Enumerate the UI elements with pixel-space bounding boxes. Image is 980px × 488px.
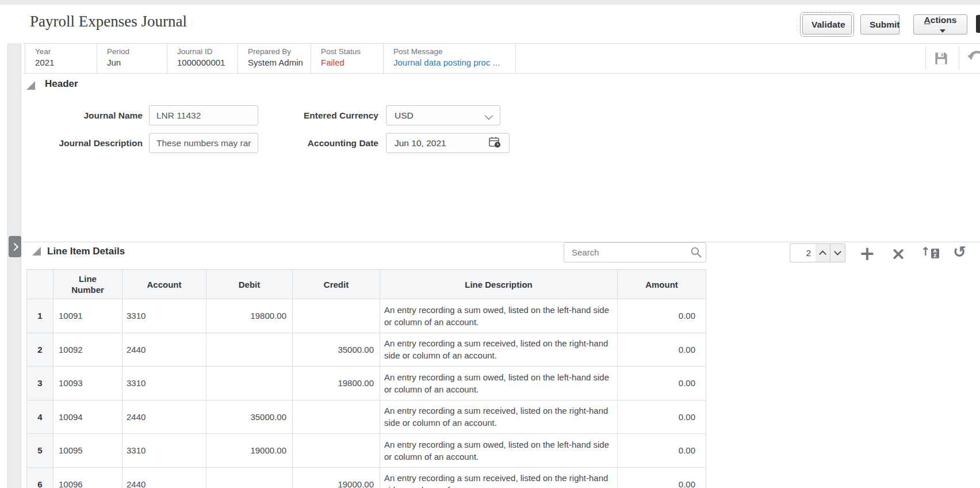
row-number[interactable]: 4 (26, 401, 53, 434)
add-row-icon[interactable]: + (859, 244, 875, 263)
delete-row-icon[interactable]: × (891, 245, 906, 262)
entered-currency-select[interactable]: USD (386, 105, 500, 125)
row-number[interactable]: 2 (26, 333, 53, 367)
description-cell[interactable]: An entry recording a sum received, liste… (380, 401, 618, 434)
amount-cell[interactable]: 0.00 (618, 401, 706, 434)
sort-az-badge: AZ (931, 249, 939, 258)
account-cell[interactable]: 3310 (122, 367, 206, 400)
accounting-date-value: Jun 10, 2021 (395, 138, 446, 148)
spinner-value-input[interactable] (790, 243, 816, 262)
row-number[interactable]: 5 (26, 434, 53, 467)
credit-cell[interactable] (293, 299, 380, 333)
account-cell[interactable]: 3310 (122, 434, 206, 467)
spinner-down-button[interactable] (830, 243, 845, 262)
credit-cell[interactable]: 35000.00 (293, 333, 380, 367)
description-cell[interactable]: An entry recording a sum owed, listed on… (380, 299, 618, 333)
debit-cell[interactable] (206, 468, 293, 488)
line-number-cell[interactable]: 10092 (53, 333, 122, 367)
col-header-account[interactable]: Account (122, 270, 206, 299)
col-header-label: Line Number (70, 273, 106, 295)
line-number-cell[interactable]: 10096 (53, 468, 122, 488)
collapse-triangle-icon[interactable] (32, 247, 41, 256)
journal-name-field[interactable]: LNR 11432 (149, 105, 258, 125)
submit-button[interactable]: Submit (860, 14, 899, 35)
account-cell[interactable]: 2440 (122, 468, 206, 488)
info-cell-journal-id: Journal ID 1000000001 (167, 44, 238, 73)
row-number[interactable]: 3 (26, 367, 53, 400)
info-label: Post Status (321, 47, 378, 56)
chevron-right-icon (10, 242, 18, 250)
date-picker-icon[interactable] (488, 136, 501, 151)
info-cell-period: Period Jun (97, 44, 167, 73)
table-row[interactable]: 5 10095 3310 19000.00 An entry recording… (26, 434, 706, 468)
line-number-cell[interactable]: 10091 (53, 299, 122, 333)
expand-panel-tab[interactable] (9, 236, 21, 257)
info-label: Period (107, 47, 162, 56)
table-row[interactable]: 3 10093 3310 19800.00 An entry recording… (26, 367, 706, 401)
description-cell[interactable]: An entry recording a sum received, liste… (380, 468, 618, 488)
debit-cell[interactable]: 19000.00 (206, 434, 293, 467)
account-cell[interactable]: 3310 (122, 299, 206, 333)
debit-cell[interactable] (206, 333, 293, 367)
debit-cell[interactable]: 19800.00 (206, 299, 293, 333)
table-row[interactable]: 2 10092 2440 35000.00 An entry recording… (26, 333, 706, 367)
actions-label: ctions (931, 15, 957, 25)
col-header-debit[interactable]: Debit (206, 270, 293, 299)
credit-cell[interactable]: 19000.00 (293, 468, 380, 488)
collapse-triangle-icon[interactable] (26, 81, 35, 90)
amount-cell[interactable]: 0.00 (618, 299, 706, 333)
description-text: An entry recording a sum owed, listed on… (384, 304, 617, 328)
credit-cell[interactable] (293, 401, 380, 434)
journal-description-field[interactable]: These numbers may rar (149, 133, 258, 153)
accounting-date-field[interactable]: Jun 10, 2021 (386, 133, 510, 153)
description-cell[interactable]: An entry recording a sum owed, listed on… (380, 434, 618, 467)
page-title: Payroll Expenses Journal (30, 13, 187, 30)
search-icon[interactable] (690, 246, 702, 260)
account-cell[interactable]: 2440 (122, 333, 206, 367)
sort-z: Z (933, 253, 936, 258)
table-row[interactable]: 1 10091 3310 19800.00 An entry recording… (26, 299, 706, 333)
account-cell[interactable]: 2440 (122, 401, 206, 434)
clipped-button-fragment[interactable] (976, 15, 980, 33)
credit-cell[interactable] (293, 434, 380, 467)
save-icon[interactable] (933, 51, 949, 68)
sort-icon[interactable]: ↑AZ (921, 246, 939, 259)
col-header-amount[interactable]: Amount (618, 270, 706, 299)
info-cell-post-message: Post Message Journal data posting proc .… (384, 44, 516, 73)
amount-cell[interactable]: 0.00 (618, 468, 706, 488)
table-row[interactable]: 6 10096 2440 19000.00 An entry recording… (26, 468, 706, 488)
line-number-cell[interactable]: 10093 (53, 367, 122, 400)
debit-cell[interactable] (206, 367, 293, 400)
payroll-journal-page: Payroll Expenses Journal Validate Submit… (0, 0, 980, 488)
post-status-value: Failed (321, 58, 378, 67)
spinner-up-button[interactable] (816, 243, 830, 262)
chevron-up-icon (819, 250, 826, 258)
line-number-cell[interactable]: 10095 (53, 434, 122, 467)
line-number-cell[interactable]: 10094 (53, 401, 122, 434)
credit-cell[interactable]: 19800.00 (293, 367, 380, 400)
row-select-header (26, 270, 53, 299)
refresh-icon[interactable]: ↻ (953, 244, 966, 260)
info-cell-prepared-by: Prepared By System Admin (238, 44, 311, 73)
col-header-line-description[interactable]: Line Description (380, 270, 618, 299)
description-cell[interactable]: An entry recording a sum owed, listed on… (380, 367, 618, 400)
search-input[interactable] (564, 242, 706, 262)
row-number[interactable]: 6 (26, 468, 53, 488)
row-number[interactable]: 1 (26, 299, 53, 333)
validate-button[interactable]: Validate (802, 14, 852, 35)
info-cell-year: Year 2021 (25, 44, 97, 73)
toolbar-separator (959, 46, 959, 70)
description-cell[interactable]: An entry recording a sum received, liste… (380, 333, 618, 367)
amount-cell[interactable]: 0.00 (618, 434, 706, 467)
col-header-credit[interactable]: Credit (293, 270, 380, 299)
entered-currency-value: USD (395, 110, 414, 121)
debit-cell[interactable]: 35000.00 (206, 401, 293, 434)
table-row[interactable]: 4 10094 2440 35000.00 An entry recording… (26, 401, 706, 434)
post-message-link[interactable]: Journal data posting proc ... (393, 58, 511, 67)
col-header-line-number[interactable]: Line Number (53, 270, 122, 299)
accounting-date-label: Accounting Date (259, 133, 378, 153)
amount-cell[interactable]: 0.00 (618, 333, 706, 367)
undo-icon[interactable] (967, 49, 980, 68)
amount-cell[interactable]: 0.00 (618, 367, 706, 400)
actions-menu-button[interactable]: Actions (913, 14, 967, 35)
